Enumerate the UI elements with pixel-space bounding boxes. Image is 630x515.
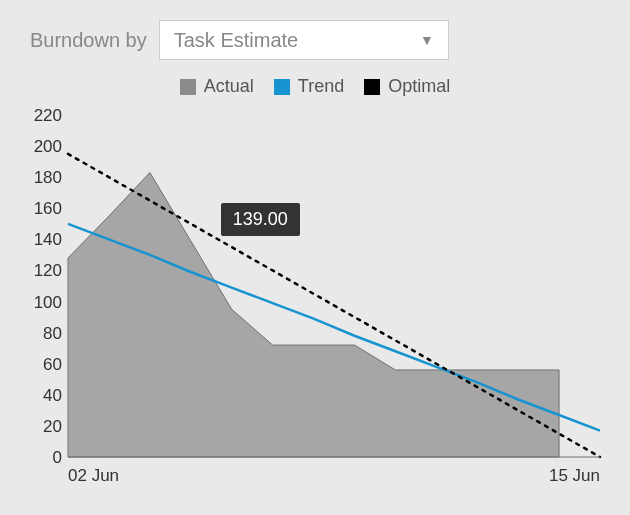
legend-label-trend: Trend xyxy=(298,76,344,97)
svg-text:15 Jun: 15 Jun xyxy=(549,466,600,485)
svg-text:60: 60 xyxy=(43,355,62,374)
swatch-trend xyxy=(274,79,290,95)
chart: 02040608010012014016018020022002 Jun15 J… xyxy=(20,107,610,487)
svg-text:200: 200 xyxy=(34,137,62,156)
chart-svg: 02040608010012014016018020022002 Jun15 J… xyxy=(20,107,610,487)
legend-item-trend: Trend xyxy=(274,76,344,97)
chart-legend: Actual Trend Optimal xyxy=(20,76,610,97)
legend-label-optimal: Optimal xyxy=(388,76,450,97)
svg-text:40: 40 xyxy=(43,386,62,405)
svg-text:160: 160 xyxy=(34,199,62,218)
legend-label-actual: Actual xyxy=(204,76,254,97)
burndown-by-label: Burndown by xyxy=(30,29,147,52)
swatch-optimal xyxy=(364,79,380,95)
legend-item-actual: Actual xyxy=(180,76,254,97)
legend-item-optimal: Optimal xyxy=(364,76,450,97)
svg-text:20: 20 xyxy=(43,417,62,436)
svg-text:220: 220 xyxy=(34,107,62,125)
svg-text:0: 0 xyxy=(53,448,62,467)
svg-text:180: 180 xyxy=(34,168,62,187)
svg-text:140: 140 xyxy=(34,230,62,249)
svg-text:120: 120 xyxy=(34,261,62,280)
svg-text:02 Jun: 02 Jun xyxy=(68,466,119,485)
chevron-down-icon: ▼ xyxy=(420,32,434,48)
burndown-by-select[interactable]: Task Estimate ▼ xyxy=(159,20,449,60)
svg-text:100: 100 xyxy=(34,293,62,312)
select-value: Task Estimate xyxy=(174,29,298,52)
swatch-actual xyxy=(180,79,196,95)
svg-text:80: 80 xyxy=(43,324,62,343)
controls-row: Burndown by Task Estimate ▼ xyxy=(30,20,610,60)
